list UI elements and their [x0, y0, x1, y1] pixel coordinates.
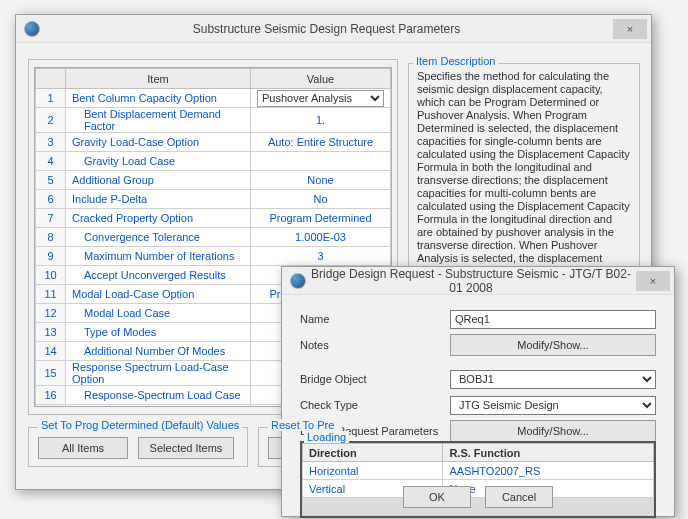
row-item: Include P-Delta: [66, 190, 251, 209]
row-value[interactable]: [251, 152, 391, 171]
ok-button[interactable]: OK: [403, 486, 471, 508]
reset-legend: Reset To Pre: [268, 419, 342, 431]
label-check-type: Check Type: [300, 399, 450, 411]
window-title: Bridge Design Request - Substructure Sei…: [306, 267, 636, 295]
row-index: 6: [36, 190, 66, 209]
row-index: 16: [36, 386, 66, 405]
row-item: Response-Spectrum Load Case: [66, 386, 251, 405]
window-title: Substructure Seismic Design Request Para…: [40, 22, 613, 36]
label-bridge-object: Bridge Object: [300, 373, 450, 385]
titlebar: Bridge Design Request - Substructure Sei…: [282, 267, 674, 295]
cancel-button[interactable]: Cancel: [485, 486, 553, 508]
row-value[interactable]: Program Determined: [251, 209, 391, 228]
cell-function: AASHTO2007_RS: [443, 462, 654, 480]
row-index: 17: [36, 405, 66, 408]
row-value[interactable]: No: [251, 190, 391, 209]
row-item: Modal Load Case: [66, 304, 251, 323]
check-type-select[interactable]: JTG Seismic Design: [450, 396, 656, 415]
row-item: Convergence Tolerance: [66, 228, 251, 247]
params-modify-button[interactable]: Modify/Show...: [450, 420, 656, 442]
row-value[interactable]: 1.000E-03: [251, 228, 391, 247]
row-item: Cracked Property Option: [66, 209, 251, 228]
titlebar: Substructure Seismic Design Request Para…: [16, 15, 651, 43]
table-row[interactable]: HorizontalAASHTO2007_RS: [303, 462, 654, 480]
row-item: Additional Group: [66, 171, 251, 190]
table-row[interactable]: 9Maximum Number of Iterations3: [36, 247, 391, 266]
row-item: Bent Displacement Demand Factor: [66, 108, 251, 133]
desc-legend: Item Description: [413, 55, 498, 67]
row-index: 7: [36, 209, 66, 228]
table-row[interactable]: 1Bent Column Capacity OptionPushover Ana…: [36, 89, 391, 108]
row-index: 8: [36, 228, 66, 247]
row-index: 3: [36, 133, 66, 152]
row-index: 2: [36, 108, 66, 133]
table-row[interactable]: 7Cracked Property OptionProgram Determin…: [36, 209, 391, 228]
row-value[interactable]: Auto: Entire Structure: [251, 133, 391, 152]
row-index: 5: [36, 171, 66, 190]
col-item: Item: [66, 69, 251, 89]
row-index: 15: [36, 361, 66, 386]
row-index: 10: [36, 266, 66, 285]
name-field[interactable]: [450, 310, 656, 329]
close-icon[interactable]: ×: [613, 19, 647, 39]
label-name: Name: [300, 313, 450, 325]
set-defaults-legend: Set To Prog Determined (Default) Values: [38, 419, 242, 431]
table-row[interactable]: 8Convergence Tolerance1.000E-03: [36, 228, 391, 247]
row-item: Maximum Number of Iterations: [66, 247, 251, 266]
row-index: 9: [36, 247, 66, 266]
row-index: 1: [36, 89, 66, 108]
table-row[interactable]: 4Gravity Load Case: [36, 152, 391, 171]
close-icon[interactable]: ×: [636, 271, 670, 291]
row-item: Bent Column Capacity Option: [66, 89, 251, 108]
app-icon: [24, 21, 40, 37]
row-index: 14: [36, 342, 66, 361]
bridge-object-select[interactable]: BOBJ1: [450, 370, 656, 389]
col-index: [36, 69, 66, 89]
row-index: 4: [36, 152, 66, 171]
loading-legend: Loading: [304, 431, 349, 443]
all-items-button[interactable]: All Items: [38, 437, 128, 459]
cell-direction: Horizontal: [303, 462, 443, 480]
row-index: 11: [36, 285, 66, 304]
row-item: Type of Modes: [66, 323, 251, 342]
table-row[interactable]: 2Bent Displacement Demand Factor1.: [36, 108, 391, 133]
table-row[interactable]: 3Gravity Load-Case OptionAuto: Entire St…: [36, 133, 391, 152]
row-index: 12: [36, 304, 66, 323]
row-item: Response Spectrum Load-Case Option: [66, 361, 251, 386]
row-item: Modal Load-Case Option: [66, 285, 251, 304]
row-value[interactable]: Pushover Analysis: [251, 89, 391, 108]
table-row[interactable]: 6Include P-DeltaNo: [36, 190, 391, 209]
row-item: Response-Spectrum Angle Option: [66, 405, 251, 408]
value-select[interactable]: Pushover Analysis: [257, 90, 384, 107]
notes-modify-button[interactable]: Modify/Show...: [450, 334, 656, 356]
row-index: 13: [36, 323, 66, 342]
row-value[interactable]: None: [251, 171, 391, 190]
col-function: R.S. Function: [443, 444, 654, 462]
row-item: Accept Unconverged Results: [66, 266, 251, 285]
col-value: Value: [251, 69, 391, 89]
row-item: Gravity Load Case: [66, 152, 251, 171]
table-row[interactable]: 5Additional GroupNone: [36, 171, 391, 190]
app-icon: [290, 273, 306, 289]
row-item: Additional Number Of Modes: [66, 342, 251, 361]
row-item: Gravity Load-Case Option: [66, 133, 251, 152]
label-notes: Notes: [300, 339, 450, 351]
row-value[interactable]: 1.: [251, 108, 391, 133]
row-value[interactable]: 3: [251, 247, 391, 266]
col-direction: Direction: [303, 444, 443, 462]
item-description: Specifies the method for calculating the…: [408, 63, 640, 289]
design-request-window: Bridge Design Request - Substructure Sei…: [281, 266, 675, 517]
selected-items-button[interactable]: Selected Items: [138, 437, 234, 459]
